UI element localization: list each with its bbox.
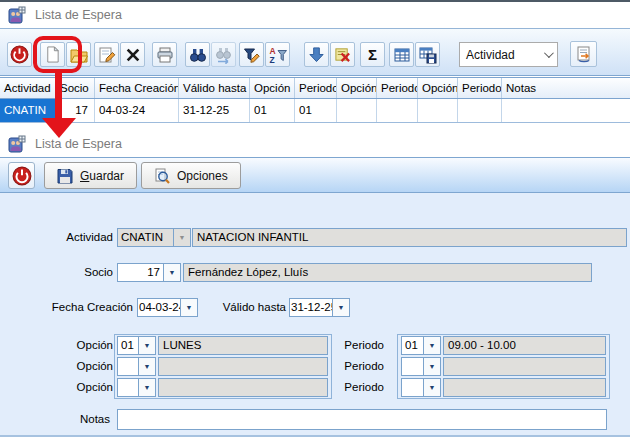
edit-document-icon [98, 46, 116, 64]
opcion-2-description [158, 357, 328, 376]
cell-opcion-2[interactable] [337, 99, 377, 122]
save-floppy-icon [57, 168, 73, 184]
fecha-creacion-label: Fecha Creación [28, 298, 133, 317]
table-row[interactable]: CNATIN 17 04-03-24 31-12-25 01 01 [0, 99, 630, 123]
sigma-icon: Σ [368, 47, 377, 62]
dropdown-arrow-icon[interactable]: ▼ [138, 337, 155, 354]
grid-icon [393, 46, 411, 64]
fecha-creacion-combo[interactable]: 04-03-24 ▼ [137, 298, 198, 317]
column-header-opcion-3[interactable]: Opción [418, 78, 458, 98]
annotation-arrow-head [42, 118, 76, 138]
properties-button[interactable] [570, 41, 597, 67]
window2-toolbar: Guardar Opciones [0, 157, 630, 193]
magnifier-doc-icon [154, 168, 170, 184]
periodo-2-combo[interactable]: ▼ [401, 357, 441, 376]
periodo-1-label: Periodo [320, 336, 384, 355]
annotation-highlight-box [33, 36, 82, 73]
sort-filter-button[interactable]: A Z [265, 42, 290, 67]
valido-hasta-label: Válido hasta [210, 298, 286, 317]
periodo-1-combo[interactable]: 01 ▼ [401, 336, 441, 355]
annotation-arrow-shaft [55, 72, 62, 118]
grid-view-button[interactable] [389, 42, 414, 67]
dropdown-arrow-icon[interactable]: ▼ [163, 264, 180, 281]
column-header-opcion-2[interactable]: Opción [337, 78, 377, 98]
grid-save-button[interactable] [415, 42, 440, 67]
window1-title: Lista de Espera [35, 8, 122, 22]
periodo-2-value [402, 358, 423, 375]
periodo-1-description: 09.00 - 10.00 [443, 336, 606, 355]
dropdown-arrow-icon[interactable]: ▼ [138, 358, 155, 375]
valido-hasta-combo[interactable]: 31-12-25 ▼ [289, 298, 350, 317]
column-header-periodo-1[interactable]: Periodo [295, 78, 337, 98]
opcion-1-label: Opción [28, 336, 113, 355]
filter-edit-button[interactable] [239, 42, 264, 67]
exit-button[interactable] [7, 42, 32, 67]
column-header-opcion-1[interactable]: Opción [250, 78, 295, 98]
import-button[interactable] [304, 42, 329, 67]
dropdown-arrow-icon[interactable]: ▼ [180, 299, 197, 316]
dropdown-arrow-icon[interactable]: ▼ [138, 379, 155, 396]
column-header-actividad[interactable]: Actividad [0, 78, 56, 98]
opcion-2-value [118, 358, 138, 375]
binoculars-icon [189, 46, 207, 64]
chevron-down-icon [544, 48, 554, 58]
cell-periodo-3[interactable] [458, 99, 502, 122]
column-header-periodo-3[interactable]: Periodo [458, 78, 502, 98]
column-header-notas[interactable]: Notas [502, 78, 630, 98]
cell-periodo-2[interactable] [377, 99, 418, 122]
actividad-description-field: NATACION INFANTIL [192, 228, 627, 247]
socio-combo[interactable]: 17 ▼ [117, 263, 181, 282]
save-button[interactable]: Guardar [44, 162, 137, 189]
cell-periodo-1[interactable]: 01 [295, 99, 337, 122]
dropdown-arrow-icon[interactable]: ▼ [423, 379, 440, 396]
edit-record-button[interactable] [94, 42, 119, 67]
table-header-row: Actividad Socio Fecha Creación Válido ha… [0, 77, 630, 99]
cell-opcion-1[interactable]: 01 [250, 99, 295, 122]
opcion-1-combo[interactable]: 01 ▼ [117, 336, 156, 355]
power-icon [10, 45, 29, 64]
periodo-3-combo[interactable]: ▼ [401, 378, 441, 397]
search-next-button[interactable] [211, 42, 236, 67]
cell-valido-hasta[interactable]: 31-12-25 [179, 99, 250, 122]
cell-opcion-3[interactable] [418, 99, 458, 122]
screen: Lista de Espera [0, 0, 630, 444]
periodo-3-value [402, 379, 423, 396]
printer-icon [156, 46, 174, 64]
close-form-button[interactable] [8, 162, 35, 189]
opcion-1-description: LUNES [158, 336, 328, 355]
note-delete-icon [334, 46, 351, 63]
delete-record-button[interactable] [120, 42, 145, 67]
column-header-fecha-creacion[interactable]: Fecha Creación [95, 78, 179, 98]
activity-selector[interactable]: Actividad [459, 42, 558, 67]
actividad-combo-value: CNATIN [118, 229, 173, 246]
window1-titlebar: Lista de Espera [0, 2, 630, 28]
opcion-2-label: Opción [28, 357, 113, 376]
blue-down-arrow-icon [308, 46, 325, 63]
search-button[interactable] [185, 42, 210, 67]
cell-fecha-creacion[interactable]: 04-03-24 [95, 99, 179, 122]
print-button[interactable] [152, 42, 177, 67]
power-icon [12, 166, 32, 186]
notas-label: Notas [28, 410, 110, 429]
column-header-periodo-2[interactable]: Periodo [377, 78, 418, 98]
periodo-2-label: Periodo [320, 357, 384, 376]
opcion-3-label: Opción [28, 378, 113, 397]
sum-button[interactable]: Σ [360, 42, 385, 67]
az-filter-icon: A Z [269, 46, 287, 64]
socio-description-field: Fernández López, Lluís [183, 263, 592, 282]
options-button[interactable]: Opciones [141, 162, 241, 189]
notas-input[interactable] [117, 409, 607, 430]
delete-note-button[interactable] [330, 42, 355, 67]
binoculars-next-icon [215, 46, 233, 64]
column-header-valido-hasta[interactable]: Válido hasta [179, 78, 250, 98]
dropdown-arrow-icon[interactable]: ▼ [332, 299, 349, 316]
dropdown-arrow-icon[interactable]: ▼ [423, 337, 440, 354]
dropdown-arrow-icon: ▼ [173, 229, 190, 246]
opcion-3-combo[interactable]: ▼ [117, 378, 156, 397]
save-button-label: Guardar [80, 169, 124, 183]
waiting-list-window-icon [8, 6, 26, 24]
opcion-2-combo[interactable]: ▼ [117, 357, 156, 376]
cell-notas[interactable] [502, 99, 630, 122]
opcion-3-description [158, 378, 328, 397]
dropdown-arrow-icon[interactable]: ▼ [423, 358, 440, 375]
